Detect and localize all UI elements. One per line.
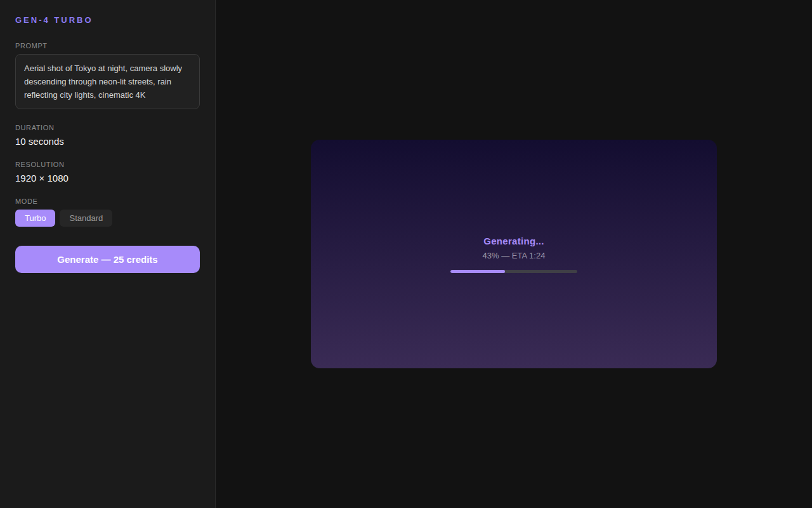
progress-bar (450, 270, 577, 273)
video-preview-card: Generating... 43% — ETA 1:24 (311, 140, 717, 368)
duration-label: DURATION (15, 124, 200, 131)
mode-option-standard[interactable]: Standard (60, 210, 112, 227)
resolution-label: RESOLUTION (15, 161, 200, 168)
prompt-input[interactable]: Aerial shot of Tokyo at night, camera sl… (15, 54, 200, 109)
generate-button[interactable]: Generate — 25 credits (15, 246, 200, 273)
generation-sidebar: GEN-4 TURBO PROMPT Aerial shot of Tokyo … (0, 0, 216, 508)
mode-label: MODE (15, 197, 200, 205)
prompt-label: PROMPT (15, 42, 200, 50)
progress-fill (450, 270, 505, 273)
main-area: Generating... 43% — ETA 1:24 (216, 0, 812, 508)
mode-option-turbo[interactable]: Turbo (15, 210, 55, 227)
app-title: GEN-4 TURBO (15, 15, 200, 25)
mode-toggle-group: Turbo Standard (15, 210, 200, 227)
duration-value: 10 seconds (15, 136, 200, 147)
generating-detail-text: 43% — ETA 1:24 (483, 251, 546, 260)
resolution-value: 1920 × 1080 (15, 173, 200, 184)
generating-status-text: Generating... (483, 236, 544, 246)
